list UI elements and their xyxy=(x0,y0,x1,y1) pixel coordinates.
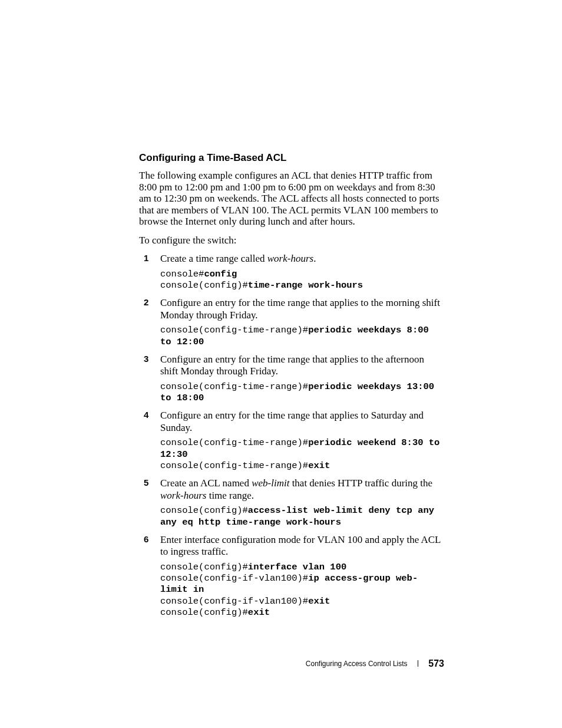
command: exit xyxy=(308,596,330,607)
step-text: Configure an entry for the time range th… xyxy=(160,297,444,321)
step-1: Create a time range called work-hours. c… xyxy=(139,253,444,291)
step-text: Create an ACL named web-limit that denie… xyxy=(160,477,444,502)
italic-term: work-hours xyxy=(267,253,313,264)
step-4: Configure an entry for the time range th… xyxy=(139,410,444,472)
prompt: console(config-time-range)# xyxy=(160,460,308,471)
step-text: Configure an entry for the time range th… xyxy=(160,410,444,434)
code-block: console(config-time-range)#periodic week… xyxy=(160,325,444,348)
footer-title: Configuring Access Control Lists xyxy=(306,660,408,668)
page-footer: Configuring Access Control Lists 573 xyxy=(0,658,562,669)
document-page: Configuring a Time-Based ACL The followi… xyxy=(0,0,562,728)
code-block: console(config-time-range)#periodic week… xyxy=(160,381,444,404)
prompt: console(config-time-range)# xyxy=(160,325,308,335)
step-2: Configure an entry for the time range th… xyxy=(139,297,444,348)
prompt: console# xyxy=(160,269,204,279)
command: time-range work-hours xyxy=(248,280,363,291)
prompt: console(config-if-vlan100)# xyxy=(160,573,308,584)
page-number: 573 xyxy=(428,658,444,668)
prompt: console(config)# xyxy=(160,505,248,516)
intro-paragraph: The following example configures an ACL … xyxy=(139,170,444,228)
prompt: console(config-time-range)# xyxy=(160,381,308,392)
italic-term: web-limit xyxy=(252,477,289,489)
italic-term: work-hours xyxy=(160,490,206,501)
code-block: console(config-time-range)#periodic week… xyxy=(160,437,444,472)
prompt: console(config)# xyxy=(160,562,248,572)
code-block: console(config)#interface vlan 100 conso… xyxy=(160,562,444,619)
step-text: Create a time range called work-hours. xyxy=(160,253,444,265)
command: exit xyxy=(308,460,330,471)
prompt: console(config)# xyxy=(160,280,248,291)
section-heading: Configuring a Time-Based ACL xyxy=(139,152,444,164)
text: . xyxy=(313,253,316,264)
text: time range. xyxy=(206,490,254,501)
step-list: Create a time range called work-hours. c… xyxy=(139,253,444,618)
step-text: Configure an entry for the time range th… xyxy=(160,354,444,378)
prompt: console(config-time-range)# xyxy=(160,437,308,448)
lead-in: To configure the switch: xyxy=(139,235,444,246)
text: Create an ACL named xyxy=(160,477,252,489)
text: that denies HTTP traffic during the xyxy=(289,477,432,489)
code-block: console#config console(config)#time-rang… xyxy=(160,269,444,292)
step-5: Create an ACL named web-limit that denie… xyxy=(139,477,444,528)
step-text: Enter interface configuration mode for V… xyxy=(160,534,444,558)
command: interface vlan 100 xyxy=(248,562,346,572)
command: config xyxy=(204,269,237,279)
footer-separator xyxy=(418,660,418,667)
code-block: console(config)#access-list web-limit de… xyxy=(160,505,444,528)
command: exit xyxy=(248,607,270,618)
step-3: Configure an entry for the time range th… xyxy=(139,354,444,404)
prompt: console(config-if-vlan100)# xyxy=(160,596,308,607)
step-6: Enter interface configuration mode for V… xyxy=(139,534,444,619)
text: Create a time range called xyxy=(160,253,267,264)
prompt: console(config)# xyxy=(160,607,248,618)
